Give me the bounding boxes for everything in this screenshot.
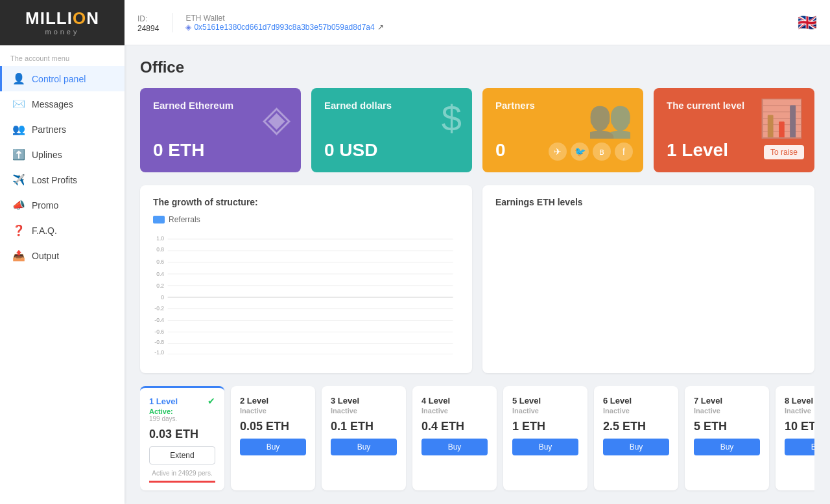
facebook-icon[interactable]: f (615, 143, 633, 161)
chart-title: The growth of structure: (153, 197, 459, 207)
sidebar-item-partners[interactable]: 👥 Partners (0, 117, 124, 142)
level-card-5: 5 Level Inactive 1 ETH Buy (503, 386, 587, 490)
earnings-chart-box: Earnings ETH levels (482, 185, 814, 373)
card-value-partners: 0 (495, 140, 506, 161)
buy-button-8[interactable]: Buy (785, 439, 814, 455)
svg-text:0.6: 0.6 (156, 258, 164, 265)
level-status-4: Inactive (421, 407, 488, 415)
buy-button-7[interactable]: Buy (694, 439, 760, 455)
svg-text:-0.6: -0.6 (154, 328, 164, 335)
sidebar-icon-control-panel: 👤 (12, 73, 25, 85)
svg-text:-0.8: -0.8 (154, 339, 164, 345)
chart-legend: Referrals (153, 215, 459, 224)
earnings-chart-title: Earnings ETH levels (495, 197, 801, 207)
sidebar-icon-partners: 👥 (12, 123, 25, 135)
card-earned-dollars: Earned dollars $ 0 USD (311, 88, 472, 172)
raise-button[interactable]: To raise (764, 145, 804, 159)
sidebar-label-promo: Promo (32, 200, 58, 211)
card-icon-earned-eth: ◈ (263, 97, 290, 139)
buy-button-3[interactable]: Buy (331, 439, 397, 455)
main-wrap: ID: 24894 ETH Wallet ◈ 0x5161e1380cd661d… (124, 0, 830, 504)
sidebar-item-control-panel[interactable]: 👤 Control panel (0, 66, 124, 91)
sidebar-item-output[interactable]: 📤 Output (0, 243, 124, 268)
svg-text:-0.4: -0.4 (154, 317, 164, 323)
card-value-current-level: 1 Level (667, 140, 728, 161)
svg-text:0.8: 0.8 (156, 246, 164, 253)
level-status-7: Inactive (694, 407, 760, 415)
logo-text: MILLION (25, 10, 99, 27)
level-days: 199 days. (149, 415, 215, 422)
sidebar-icon-uplines: ⬆️ (12, 148, 25, 161)
level-card-4: 4 Level Inactive 0.4 ETH Buy (412, 386, 497, 490)
vk-icon[interactable]: в (593, 143, 611, 161)
twitter-icon[interactable]: 🐦 (571, 143, 589, 161)
level-eth-5: 1 ETH (512, 420, 578, 433)
external-link-icon: ↗ (377, 23, 384, 32)
svg-text:0: 0 (161, 294, 164, 301)
buy-button-4[interactable]: Buy (421, 439, 488, 455)
sidebar-item-uplines[interactable]: ⬆️ Uplines (0, 142, 124, 167)
sidebar-item-lost-profits[interactable]: ✈️ Lost Profits (0, 167, 124, 192)
buy-button-5[interactable]: Buy (512, 439, 578, 455)
card-partners: Partners 👥 0 ✈ 🐦 в f (482, 88, 643, 172)
sidebar-label-output: Output (32, 251, 59, 261)
legend-label: Referrals (169, 215, 200, 224)
sidebar: MILLION money The account menu 👤 Control… (0, 0, 124, 504)
level-header-2: 2 Level (240, 396, 306, 406)
sidebar-icon-promo: 📣 (12, 199, 25, 211)
level-eth-4: 0.4 ETH (421, 420, 488, 433)
page-title: Office (140, 58, 814, 76)
partner-social-icons: ✈ 🐦 в f (549, 143, 633, 161)
svg-text:-0.2: -0.2 (154, 305, 164, 312)
topbar-id: ID: 24894 (137, 12, 159, 33)
charts-row: The growth of structure: Referrals 1.0 0… (140, 185, 814, 373)
level-header-1: 1 Level ✔ (149, 396, 215, 406)
structure-chart-box: The growth of structure: Referrals 1.0 0… (140, 185, 472, 373)
level-card-8: 8 Level Inactive 10 ETH Buy (776, 386, 814, 490)
level-header-7: 7 Level (694, 396, 760, 406)
line-chart: 1.0 0.8 0.6 0.4 0.2 0 -0.2 -0.4 -0.6 -0.… (153, 229, 459, 359)
level-eth-1: 0.03 ETH (149, 428, 215, 441)
telegram-icon[interactable]: ✈ (549, 143, 567, 161)
buy-button-6[interactable]: Buy (603, 439, 669, 455)
level-header-8: 8 Level (785, 396, 814, 406)
card-icon-partners: 👥 (587, 97, 633, 140)
id-value: 24894 (137, 24, 159, 33)
logo-sub: money (25, 28, 99, 36)
id-label: ID: 24894 (137, 14, 159, 33)
sidebar-item-messages[interactable]: ✉️ Messages (0, 91, 124, 117)
sidebar-menu-label: The account menu (0, 45, 124, 66)
svg-text:0.4: 0.4 (156, 271, 164, 277)
logo: MILLION money (0, 0, 124, 45)
legend-color (153, 216, 165, 223)
buy-button-2[interactable]: Buy (240, 439, 306, 455)
sidebar-icon-faq: ❓ (12, 224, 25, 236)
level-name-5: 5 Level (512, 396, 541, 406)
flag-icon: 🇬🇧 (798, 14, 817, 32)
level-status-2: Inactive (240, 407, 306, 415)
wallet-address: ◈ 0x5161e1380cd661d7d993c8a3b3e57b059ad8… (185, 23, 383, 32)
topbar-divider (172, 13, 172, 32)
sidebar-label-lost-profits: Lost Profits (32, 175, 77, 185)
extend-button-1[interactable]: Extend (149, 446, 215, 464)
level-status-6: Inactive (603, 407, 669, 415)
sidebar-item-promo[interactable]: 📣 Promo (0, 192, 124, 218)
sidebar-label-partners: Partners (32, 124, 66, 135)
wallet-link[interactable]: 0x5161e1380cd661d7d993c8a3b3e57b059ad8d7… (194, 23, 374, 32)
sidebar-icon-lost-profits: ✈️ (12, 174, 25, 186)
level-name-7: 7 Level (694, 396, 722, 406)
card-earned-eth: Earned Ethereum ◈ 0 ETH (140, 88, 301, 172)
card-current-level: The current level 📊 1 Level To raise (654, 88, 814, 172)
level-card-7: 7 Level Inactive 5 ETH Buy (685, 386, 769, 490)
level-header-6: 6 Level (603, 396, 669, 406)
sidebar-item-faq[interactable]: ❓ F.A.Q. (0, 218, 124, 243)
svg-text:1.0: 1.0 (156, 235, 164, 242)
levels-row: 1 Level ✔ Active: 199 days. 0.03 ETH Ext… (140, 386, 814, 493)
level-header-4: 4 Level (421, 396, 488, 406)
level-name-4: 4 Level (421, 396, 450, 406)
sidebar-label-faq: F.A.Q. (32, 225, 57, 236)
svg-text:-1.0: -1.0 (154, 349, 164, 356)
card-value-earned-dollars: 0 USD (324, 140, 377, 161)
level-name-6: 6 Level (603, 396, 632, 406)
svg-text:0.2: 0.2 (156, 282, 164, 289)
